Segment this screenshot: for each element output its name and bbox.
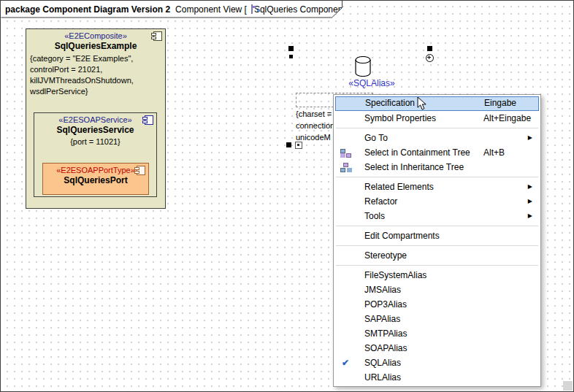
tagged-value-line: wsdlPerService} bbox=[30, 86, 162, 97]
menu-item-label: Symbol Properties bbox=[364, 113, 436, 123]
menu-item-label: Go To bbox=[364, 133, 388, 143]
porttype-box-sqlqueriesport[interactable]: «E2ESOAPPortType» SqlQueriesPort bbox=[42, 163, 149, 195]
menu-shortcut: Eingabe bbox=[484, 97, 516, 109]
porttype-name: SqlQueriesPort bbox=[43, 174, 148, 187]
submenu-arrow-icon: ▶ bbox=[528, 210, 532, 223]
scroll-corner bbox=[563, 381, 573, 391]
menu-item-label: Related Elements bbox=[364, 182, 434, 192]
menu-separator bbox=[336, 226, 538, 226]
menu-item-label: SAPAlias bbox=[364, 314, 400, 324]
composite-name: SqlQueriesExample bbox=[26, 40, 165, 53]
tagged-value-line: {charset = bbox=[296, 108, 334, 120]
menu-item-select-in-containment-tree[interactable]: Select in Containment TreeAlt+B bbox=[335, 145, 539, 160]
diagram-editor-window: package Component Diagram Version 2 Comp… bbox=[0, 0, 574, 392]
menu-shortcut: Alt+B bbox=[483, 146, 505, 159]
menu-shortcut: Alt+Eingabe bbox=[483, 112, 531, 125]
menu-item-label: FileSystemAlias bbox=[364, 270, 426, 280]
menu-separator bbox=[336, 265, 538, 266]
menu-separator bbox=[336, 128, 538, 128]
component-icon bbox=[153, 31, 162, 41]
anchor-handle[interactable] bbox=[427, 46, 432, 51]
context-menu: SpecificationEingabeSymbol PropertiesAlt… bbox=[333, 94, 541, 387]
menu-item-label: Refactor bbox=[364, 196, 397, 207]
service-stereotype: «E2ESOAPService» bbox=[34, 113, 156, 124]
component-icon bbox=[145, 115, 153, 125]
menu-item-refactor[interactable]: Refactor▶ bbox=[335, 194, 539, 209]
menu-item-symbol-properties[interactable]: Symbol PropertiesAlt+Eingabe bbox=[335, 111, 539, 126]
menu-item-sapalias[interactable]: SAPAlias bbox=[335, 312, 539, 326]
menu-item-filesystemalias[interactable]: FileSystemAlias bbox=[335, 268, 539, 283]
menu-separator bbox=[336, 245, 538, 246]
containment-tree-icon bbox=[340, 148, 351, 158]
menu-item-label: SMTPAlias bbox=[364, 328, 407, 339]
menu-item-pop3alias[interactable]: POP3Alias bbox=[335, 297, 539, 312]
tagged-value-line: controlPort = 21021, bbox=[30, 64, 162, 75]
menu-item-label: Tools bbox=[364, 211, 385, 221]
porttype-stereotype: «E2ESOAPPortType» bbox=[43, 164, 148, 174]
submenu-arrow-icon: ▶ bbox=[528, 131, 532, 145]
menu-item-sqlalias[interactable]: ✔SQLAlias bbox=[335, 356, 539, 370]
circled-plus-icon[interactable] bbox=[426, 54, 434, 62]
component-icon bbox=[137, 166, 145, 175]
submenu-arrow-icon: ▶ bbox=[528, 195, 532, 208]
check-icon: ✔ bbox=[342, 356, 349, 369]
selection-handle[interactable] bbox=[286, 142, 291, 147]
menu-item-select-in-inheritance-tree[interactable]: Select in Inheritance Tree bbox=[335, 160, 539, 174]
menu-item-label: SQLAlias bbox=[364, 358, 401, 368]
menu-item-edit-compartments[interactable]: Edit Compartments bbox=[335, 228, 539, 243]
menu-item-label: Select in Inheritance Tree bbox=[364, 162, 464, 172]
anchor-handle[interactable] bbox=[288, 46, 294, 51]
service-tagged-value: {port = 11021} bbox=[34, 137, 156, 146]
menu-item-label: JMSAlias bbox=[364, 285, 401, 295]
sqlalias-tagged-values: {charset = connection unicodeM bbox=[296, 108, 334, 143]
tagged-value-line: killJVMThreadsOnShutdown, bbox=[30, 75, 162, 86]
service-box-sqlqueriesservice[interactable]: «E2ESOAPService» SqlQueriesService {port… bbox=[34, 112, 157, 197]
service-name: SqlQueriesService bbox=[34, 124, 156, 137]
expand-handle-icon[interactable] bbox=[295, 142, 302, 149]
inheritance-tree-icon bbox=[340, 163, 351, 172]
diagram-frame-header: package Component Diagram Version 2 Comp… bbox=[1, 1, 343, 18]
sqlalias-stereotype-label[interactable]: «SQLAlias» bbox=[344, 78, 399, 88]
anchor-handle[interactable] bbox=[289, 55, 293, 58]
menu-item-soapalias[interactable]: SOAPAlias bbox=[335, 341, 539, 356]
database-cylinder-icon[interactable] bbox=[355, 56, 371, 80]
composite-box-sqlqueriesexample[interactable]: «E2EComposite» SqlQueriesExample {catego… bbox=[26, 28, 166, 209]
menu-item-label: Specification bbox=[365, 98, 415, 108]
frame-context-label: Component View [ bbox=[175, 4, 247, 15]
tagged-value-line: connection bbox=[296, 120, 334, 131]
menu-item-tools[interactable]: Tools▶ bbox=[335, 209, 539, 223]
menu-item-label: Edit Compartments bbox=[364, 231, 440, 241]
menu-item-go-to[interactable]: Go To▶ bbox=[335, 131, 539, 145]
menu-item-label: Select in Containment Tree bbox=[364, 147, 470, 158]
composite-stereotype: «E2EComposite» bbox=[26, 29, 165, 40]
tagged-value-line: {category = "E2E Examples", bbox=[30, 53, 162, 64]
frame-keyword: package Component Diagram Version 2 bbox=[5, 4, 170, 15]
menu-item-smtpalias[interactable]: SMTPAlias bbox=[335, 326, 539, 341]
menu-separator bbox=[336, 177, 538, 177]
menu-item-stereotype[interactable]: Stereotype bbox=[335, 248, 539, 263]
menu-item-label: Stereotype bbox=[364, 250, 407, 261]
menu-item-jmsalias[interactable]: JMSAlias bbox=[335, 283, 539, 297]
submenu-arrow-icon: ▶ bbox=[528, 180, 532, 193]
menu-item-related-elements[interactable]: Related Elements▶ bbox=[335, 180, 539, 194]
frame-diagram-name[interactable]: SqlQueries Components bbox=[254, 4, 350, 15]
menu-item-urlalias[interactable]: URLAlias bbox=[335, 370, 539, 385]
menu-item-label: POP3Alias bbox=[364, 299, 407, 310]
menu-item-label: URLAlias bbox=[364, 372, 401, 383]
menu-item-specification[interactable]: SpecificationEingabe bbox=[335, 96, 539, 111]
composite-tagged-values: {category = "E2E Examples", controlPort … bbox=[26, 53, 165, 97]
menu-item-label: SOAPAlias bbox=[364, 343, 407, 353]
